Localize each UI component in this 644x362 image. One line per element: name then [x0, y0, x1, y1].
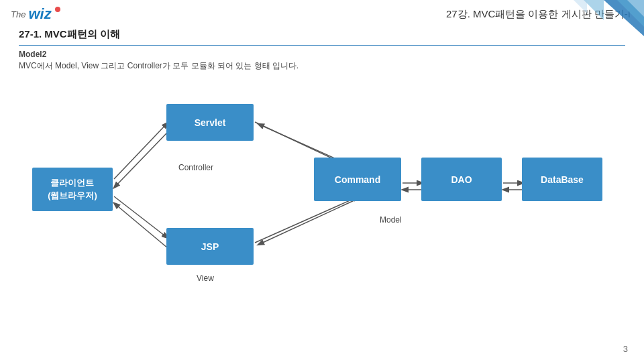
database-label: DataBase	[541, 174, 584, 185]
svg-line-8	[114, 203, 168, 248]
svg-line-12	[258, 200, 356, 245]
database-box: DataBase	[522, 158, 602, 201]
command-box: Command	[314, 158, 401, 201]
logo-wiz: wiz	[28, 5, 51, 23]
svg-line-5	[114, 123, 168, 179]
dao-box: DAO	[421, 158, 502, 201]
dao-label: DAO	[451, 174, 472, 185]
model-label: Model	[380, 215, 402, 225]
page-number: 3	[623, 344, 628, 354]
diagram-area: Servlet 클라이언트 (웹브라우저) Controller Command…	[19, 84, 625, 298]
svg-line-7	[114, 196, 168, 238]
svg-line-6	[114, 132, 168, 188]
client-label: 클라이언트 (웹브라우저)	[48, 177, 97, 201]
servlet-box: Servlet	[166, 104, 254, 141]
jsp-label: JSP	[201, 241, 219, 252]
view-label: View	[197, 274, 214, 283]
section-title: 27-1. MVC패턴의 이해	[19, 28, 625, 41]
svg-line-11	[255, 196, 359, 243]
header: The wiz 27강. MVC패턴을 이용한 게시판 만들기-I	[0, 0, 644, 28]
jsp-box: JSP	[166, 228, 254, 265]
logo-the: The	[11, 9, 25, 19]
description-text: MVC에서 Model, View 그리고 Controller가 모두 모듈화…	[19, 60, 625, 72]
servlet-label: Servlet	[195, 117, 226, 128]
command-label: Command	[335, 174, 380, 185]
section-divider	[19, 45, 625, 46]
content-area: 27-1. MVC패턴의 이해 Model2 MVC에서 Model, View…	[0, 28, 644, 305]
logo: The wiz	[11, 5, 60, 23]
page-title: 27강. MVC패턴을 이용한 게시판 만들기-I	[446, 8, 631, 21]
logo-dot-icon	[55, 7, 60, 12]
sub-label: Model2	[19, 50, 625, 59]
controller-label: Controller	[178, 163, 213, 172]
client-box: 클라이언트 (웹브라우저)	[32, 168, 113, 211]
